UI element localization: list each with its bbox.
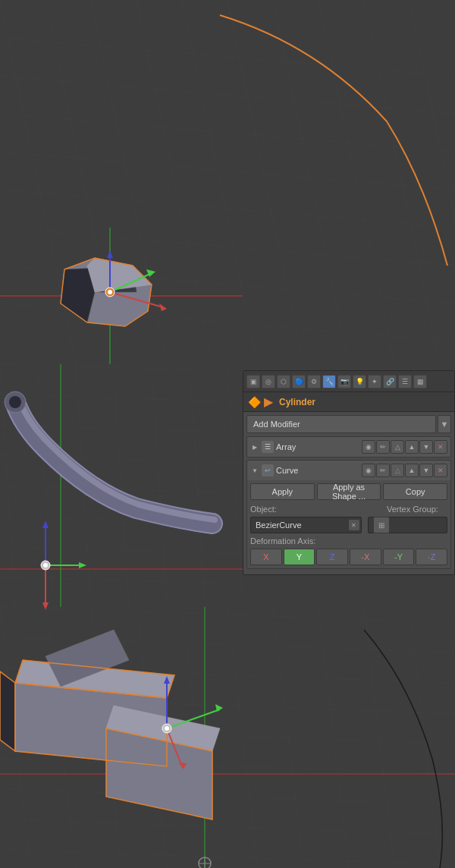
svg-marker-28 — [146, 269, 155, 277]
object-label: Object: — [250, 505, 296, 514]
array-close-btn[interactable]: ✕ — [434, 440, 447, 454]
axis-buttons: X Y Z -X -Y -Z — [250, 549, 447, 565]
svg-line-7 — [0, 303, 455, 341]
vertex-group-input[interactable]: ⊞ — [368, 517, 447, 533]
svg-point-59 — [43, 563, 48, 568]
curve-close-btn[interactable]: ✕ — [434, 464, 447, 477]
toolbar-icon-2[interactable]: ◎ — [262, 375, 275, 388]
toolbar-icon-7[interactable]: 📷 — [337, 375, 351, 388]
axis-btn-x[interactable]: X — [250, 549, 282, 565]
svg-line-9 — [46, 0, 121, 364]
curve-down-btn[interactable]: ▼ — [419, 464, 433, 477]
toolbar-icon-12[interactable]: ▦ — [413, 375, 427, 388]
axis-btn-y[interactable]: Y — [284, 549, 315, 565]
svg-line-63 — [0, 698, 455, 713]
axis-btn-neg-y[interactable]: -Y — [383, 549, 415, 565]
svg-line-64 — [0, 728, 455, 744]
svg-line-68 — [0, 850, 455, 865]
svg-line-34 — [0, 395, 243, 402]
toolbar-icon-10[interactable]: 🔗 — [383, 375, 397, 388]
svg-line-65 — [0, 759, 455, 774]
svg-line-46 — [190, 364, 205, 607]
toolbar-icon-5[interactable]: ⚙ — [307, 375, 321, 388]
svg-line-14 — [273, 0, 349, 364]
add-modifier-dropdown[interactable]: ▼ — [438, 415, 451, 433]
svg-line-10 — [91, 0, 167, 364]
svg-marker-53 — [42, 520, 49, 528]
array-up-btn[interactable]: ▲ — [405, 440, 419, 454]
vertex-group-icon-btn[interactable]: ⊞ — [373, 517, 390, 533]
svg-line-72 — [136, 607, 167, 868]
toolbar-icon-9[interactable]: ✦ — [368, 375, 381, 388]
svg-line-33 — [0, 364, 243, 372]
svg-line-60 — [0, 607, 455, 622]
toolbar-icon-11[interactable]: ☰ — [398, 375, 412, 388]
array-render-btn[interactable]: ◉ — [362, 440, 375, 454]
apply-button[interactable]: Apply — [250, 483, 315, 500]
object-name: Cylinder — [279, 397, 315, 407]
modifier-header-array: ▶ ☰ Array ◉ ✏ △ ▲ ▼ ✕ — [247, 437, 450, 457]
svg-line-75 — [273, 607, 303, 868]
svg-line-70 — [46, 607, 76, 868]
axis-btn-z[interactable]: Z — [316, 549, 348, 565]
svg-marker-23 — [87, 258, 152, 292]
array-actions: ◉ ✏ △ ▲ ▼ ✕ — [362, 440, 447, 454]
svg-line-3 — [0, 152, 455, 190]
svg-marker-82 — [164, 676, 170, 684]
toolbar-icon-3[interactable]: ⬡ — [277, 375, 290, 388]
svg-line-76 — [318, 607, 349, 868]
modifier-body-curve: Apply Apply as Shape ... Copy Object: Ve… — [247, 480, 450, 568]
object-input[interactable]: BezierCurve ✕ — [250, 517, 362, 533]
array-cage-btn[interactable]: △ — [391, 440, 404, 454]
toolbar-icon-6[interactable]: 🔧 — [322, 375, 336, 388]
breadcrumb-arrow: ▶ — [264, 395, 273, 409]
modifier-header-curve: ▼ ↩ Curve ◉ ✏ △ ▲ ▼ ✕ — [247, 461, 450, 480]
curve-cage-btn[interactable]: △ — [391, 464, 404, 477]
svg-point-32 — [108, 290, 112, 294]
svg-line-44 — [114, 364, 129, 607]
svg-line-67 — [0, 819, 455, 835]
svg-marker-22 — [87, 258, 136, 292]
copy-button[interactable]: Copy — [383, 483, 447, 500]
object-value: BezierCurve — [256, 520, 302, 530]
apply-as-shape-button[interactable]: Apply as Shape ... — [317, 483, 381, 500]
svg-line-37 — [0, 486, 243, 493]
toolbar-icon-8[interactable]: 💡 — [353, 375, 366, 388]
toolbar-icon-1[interactable]: ▣ — [246, 375, 260, 388]
svg-line-47 — [228, 364, 243, 607]
svg-point-51 — [9, 396, 21, 408]
svg-line-66 — [0, 789, 455, 804]
svg-line-62 — [0, 668, 455, 683]
object-clear-btn[interactable]: ✕ — [349, 520, 359, 530]
svg-line-11 — [136, 0, 212, 364]
svg-line-1 — [0, 76, 455, 114]
svg-marker-24 — [61, 258, 152, 326]
curve-expand[interactable]: ▼ — [250, 466, 259, 475]
svg-line-73 — [182, 607, 212, 868]
toolbar-icon-4[interactable]: 🔵 — [292, 375, 306, 388]
array-down-btn[interactable]: ▼ — [419, 440, 433, 454]
curve-edit-btn[interactable]: ✏ — [376, 464, 390, 477]
svg-line-12 — [182, 0, 258, 364]
array-icon: ☰ — [262, 441, 274, 453]
svg-point-31 — [105, 288, 115, 297]
object-type-icon: 🔶 — [248, 396, 261, 408]
svg-line-16 — [364, 0, 440, 364]
array-edit-btn[interactable]: ✏ — [376, 440, 390, 454]
add-modifier-button[interactable]: Add Modifier — [246, 415, 436, 433]
axis-btn-neg-x[interactable]: -X — [350, 549, 381, 565]
svg-line-15 — [318, 0, 394, 364]
modifier-row-curve: ▼ ↩ Curve ◉ ✏ △ ▲ ▼ ✕ Apply — [246, 460, 451, 569]
svg-line-35 — [0, 425, 243, 432]
svg-line-13 — [228, 0, 303, 364]
curve-up-btn[interactable]: ▲ — [405, 464, 419, 477]
svg-line-61 — [0, 637, 455, 653]
curve-render-btn[interactable]: ◉ — [362, 464, 375, 477]
svg-line-2 — [0, 114, 455, 152]
svg-line-45 — [152, 364, 167, 607]
axis-btn-neg-z[interactable]: -Z — [416, 549, 447, 565]
deformation-axis-section: Deformation Axis: X Y Z -X -Y -Z — [250, 536, 447, 565]
viewport[interactable]: ▣ ◎ ⬡ 🔵 ⚙ 🔧 📷 💡 ✦ 🔗 ☰ ▦ 🔶 ▶ Cylinder Add… — [0, 0, 455, 868]
svg-line-43 — [76, 364, 91, 607]
array-expand[interactable]: ▶ — [250, 442, 259, 451]
